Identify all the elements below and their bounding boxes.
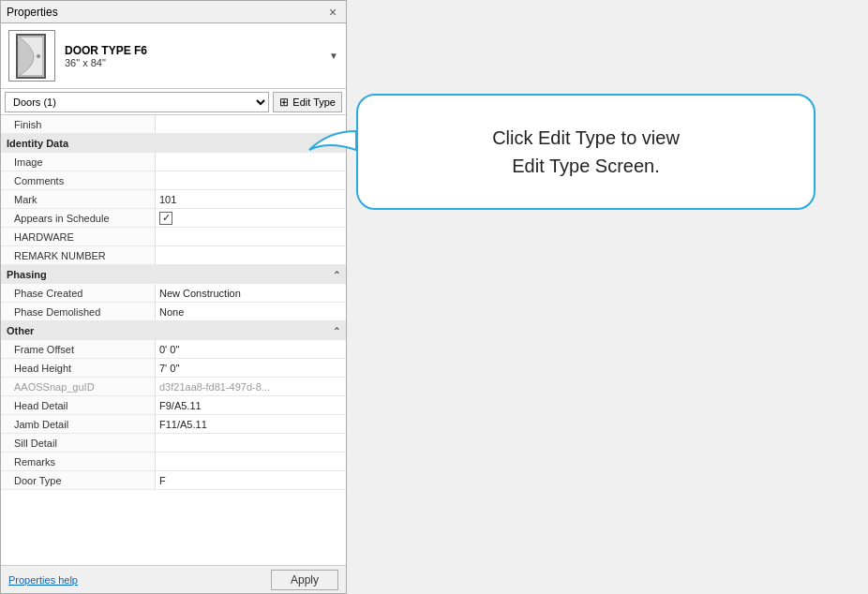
- properties-help-link[interactable]: Properties help: [8, 574, 78, 586]
- prop-label: Head Height: [1, 359, 156, 377]
- category-select[interactable]: Doors (1): [5, 92, 269, 112]
- table-row: Frame Offset0' 0": [1, 340, 346, 359]
- table-row: HARDWARE: [1, 228, 346, 246]
- selector-row: Doors (1) ⊞ Edit Type: [1, 89, 346, 115]
- table-row: REMARK NUMBER: [1, 246, 346, 265]
- table-row: Image: [1, 153, 346, 171]
- prop-label: Door Type: [1, 471, 156, 489]
- edit-type-label: Edit Type: [292, 97, 336, 108]
- table-row: Head Height7' 0": [1, 359, 346, 378]
- prop-value: [156, 453, 346, 470]
- door-preview: DOOR TYPE F6 36" x 84" ▼: [1, 23, 346, 89]
- prop-label: Phase Created: [1, 284, 156, 302]
- prop-label: HARDWARE: [1, 228, 156, 245]
- prop-value[interactable]: ✓: [156, 209, 346, 227]
- close-button[interactable]: ×: [325, 5, 340, 20]
- table-row: Jamb DetailF11/A5.11: [1, 415, 346, 434]
- prop-value[interactable]: 101: [156, 190, 346, 208]
- door-svg: [15, 34, 49, 79]
- prop-value: [156, 434, 346, 452]
- prop-label: AAOSSnap_guID: [1, 378, 156, 395]
- prop-value[interactable]: F: [156, 471, 346, 489]
- properties-panel: Properties × DOOR TYPE F6 36" x 84" ▼ Do…: [0, 0, 347, 594]
- door-size: 36" x 84": [65, 57, 325, 68]
- prop-label: Remarks: [1, 453, 156, 470]
- prop-value: [156, 246, 346, 264]
- prop-value[interactable]: None: [156, 303, 346, 320]
- prop-label: Image: [1, 153, 156, 171]
- prop-label: Appears in Schedule: [1, 209, 156, 227]
- prop-label: Frame Offset: [1, 340, 156, 358]
- table-row: Head DetailF9/A5.11: [1, 396, 346, 415]
- prop-label: Comments: [1, 171, 156, 189]
- apply-button[interactable]: Apply: [271, 570, 338, 590]
- table-row: Phase CreatedNew Construction: [1, 284, 346, 303]
- panel-title: Properties: [7, 6, 58, 19]
- callout-container: Click Edit Type to view Edit Type Screen…: [356, 94, 816, 210]
- bottom-bar: Properties help Apply: [1, 565, 346, 593]
- prop-value: [156, 228, 346, 245]
- section-header: Phasing⌃: [1, 265, 346, 284]
- door-type-name: DOOR TYPE F6: [65, 44, 325, 57]
- table-row: Door TypeF: [1, 471, 346, 490]
- table-row: Appears in Schedule✓: [1, 209, 346, 228]
- prop-label: REMARK NUMBER: [1, 246, 156, 264]
- section-header: Identity Data⌃: [1, 134, 346, 153]
- callout-text-line1: Click Edit Type to view: [492, 127, 680, 148]
- table-row: Finish: [1, 115, 346, 134]
- section-header: Other⌃: [1, 321, 346, 340]
- edit-type-button[interactable]: ⊞ Edit Type: [273, 92, 342, 112]
- prop-value[interactable]: F9/A5.11: [156, 396, 346, 414]
- prop-value[interactable]: 7' 0": [156, 359, 346, 377]
- panel-titlebar: Properties ×: [1, 1, 346, 23]
- prop-label: Sill Detail: [1, 434, 156, 452]
- door-thumbnail: [8, 30, 55, 82]
- table-row: Mark101: [1, 190, 346, 209]
- prop-value[interactable]: 0' 0": [156, 340, 346, 358]
- table-row: AAOSSnap_guIDd3f21aa8-fd81-497d-8...: [1, 378, 346, 396]
- properties-table: FinishIdentity Data⌃ImageCommentsMark101…: [1, 115, 346, 565]
- prop-value: [156, 171, 346, 189]
- callout-tail-svg: [300, 122, 356, 159]
- prop-label: Head Detail: [1, 396, 156, 414]
- table-row: Remarks: [1, 453, 346, 471]
- prop-label: Finish: [1, 115, 156, 133]
- prop-label: Phase Demolished: [1, 303, 156, 320]
- prop-value[interactable]: New Construction: [156, 284, 346, 302]
- prop-label: Mark: [1, 190, 156, 208]
- door-info: DOOR TYPE F6 36" x 84": [65, 44, 325, 68]
- table-row: Sill Detail: [1, 434, 346, 453]
- callout-text-line2: Edit Type Screen.: [512, 156, 660, 176]
- callout-bubble: Click Edit Type to view Edit Type Screen…: [356, 94, 816, 210]
- prop-value[interactable]: F11/A5.11: [156, 415, 346, 433]
- table-row: Phase DemolishedNone: [1, 303, 346, 321]
- prop-label: Jamb Detail: [1, 415, 156, 433]
- edit-type-icon: ⊞: [279, 96, 289, 109]
- svg-point-2: [37, 54, 40, 58]
- checkbox-checked[interactable]: ✓: [159, 212, 172, 225]
- door-dropdown-arrow[interactable]: ▼: [329, 51, 338, 61]
- table-row: Comments: [1, 171, 346, 190]
- prop-value[interactable]: d3f21aa8-fd81-497d-8...: [156, 378, 346, 395]
